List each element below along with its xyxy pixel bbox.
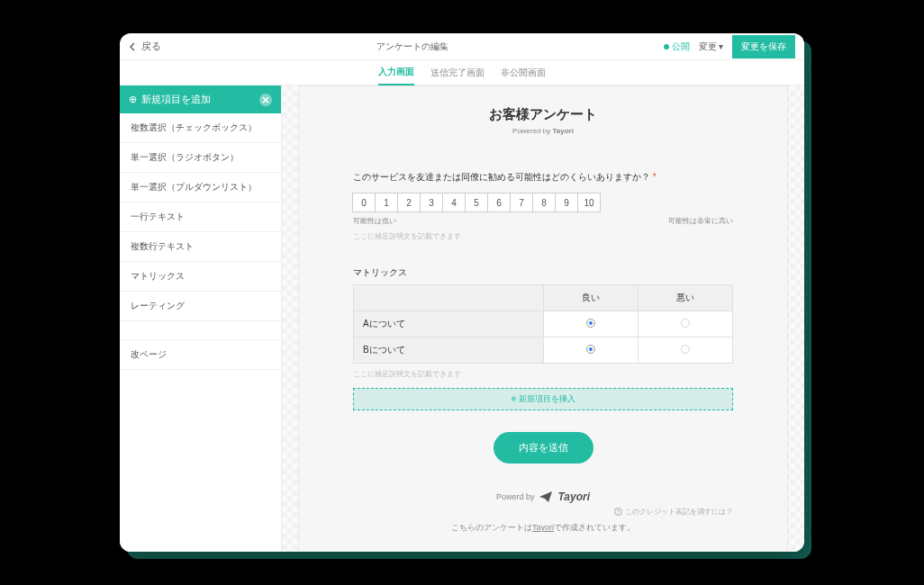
plus-circle-icon: ⊕	[129, 94, 137, 105]
tayori-logo: Tayori	[557, 490, 590, 503]
matrix-b-bad[interactable]	[638, 338, 732, 364]
q2-hint: ここに補足説明文を記載できます	[353, 369, 733, 379]
body: ⊕ 新規項目を追加 複数選択（チェックボックス） 単一選択（ラジオボタン） 単一…	[120, 86, 804, 552]
nps-2[interactable]: 2	[397, 193, 421, 212]
nps-7[interactable]: 7	[510, 193, 533, 212]
back-label: 戻る	[141, 40, 161, 53]
tab-input[interactable]: 入力画面	[378, 60, 414, 86]
nps-4[interactable]: 4	[442, 193, 466, 212]
matrix-a-good[interactable]	[543, 311, 638, 338]
caret-down-icon: ▾	[719, 41, 723, 51]
sidebar-item-radio[interactable]: 単一選択（ラジオボタン）	[120, 143, 281, 173]
tayori-link[interactable]: Tayori	[532, 523, 554, 532]
change-dropdown[interactable]: 変更 ▾	[699, 40, 723, 53]
nps-6[interactable]: 6	[487, 193, 511, 212]
sidebar-item-rating[interactable]: レーティング	[120, 292, 281, 321]
nps-5[interactable]: 5	[465, 193, 488, 212]
form-subtitle: Powered by Tayori	[353, 127, 733, 135]
radio-icon	[681, 345, 690, 354]
matrix-corner	[354, 285, 544, 311]
radio-icon	[681, 319, 690, 328]
topbar-right: 公開 変更 ▾ 変更を保存	[664, 35, 795, 58]
q1-hint: ここに補足説明文を記載できます	[353, 231, 733, 241]
insert-item-button[interactable]: ⊕ 新規項目を挿入	[353, 388, 733, 410]
matrix-col-bad: 悪い	[638, 285, 732, 311]
question-circle-icon: ?	[614, 508, 622, 516]
matrix-col-good: 良い	[543, 285, 638, 311]
footer-note: こちらのアンケートはTayoriで作成されています。	[353, 522, 733, 534]
question-matrix-label: マトリックス	[353, 266, 733, 279]
sidebar-title: 新規項目を追加	[141, 93, 211, 106]
matrix-table: 良い 悪い Aについて Bについて	[353, 284, 733, 364]
radio-icon	[586, 345, 595, 354]
sidebar-close-button[interactable]	[259, 94, 272, 106]
paper-plane-icon	[539, 491, 552, 502]
matrix-row-a: Aについて	[354, 311, 733, 338]
matrix-row-b: Bについて	[354, 338, 733, 364]
nps-10[interactable]: 10	[577, 193, 601, 212]
matrix-row-b-label: Bについて	[354, 338, 544, 364]
matrix-b-good[interactable]	[543, 338, 638, 364]
save-button[interactable]: 変更を保存	[732, 35, 795, 58]
submit-button[interactable]: 内容を送信	[494, 432, 593, 464]
sidebar-item-text[interactable]: 一行テキスト	[120, 202, 281, 232]
tab-complete[interactable]: 送信完了画面	[430, 61, 485, 85]
nps-0[interactable]: 0	[352, 193, 376, 212]
topbar: 戻る アンケートの編集 公開 変更 ▾ 変更を保存	[120, 33, 804, 60]
nps-8[interactable]: 8	[532, 193, 556, 212]
close-icon	[262, 96, 269, 104]
matrix-a-bad[interactable]	[638, 311, 732, 338]
nps-9[interactable]: 9	[555, 193, 578, 212]
survey-form: お客様アンケート Powered by Tayori このサービスを友達または同…	[298, 86, 788, 552]
canvas[interactable]: お客様アンケート Powered by Tayori このサービスを友達または同…	[282, 86, 804, 552]
required-mark: *	[653, 172, 657, 182]
sidebar: ⊕ 新規項目を追加 複数選択（チェックボックス） 単一選択（ラジオボタン） 単一…	[120, 86, 282, 552]
nps-low: 可能性は低い	[353, 216, 396, 226]
back-button[interactable]: 戻る	[129, 40, 161, 53]
nps-3[interactable]: 3	[420, 193, 443, 212]
nps-1[interactable]: 1	[375, 193, 398, 212]
status-dot-icon	[664, 44, 669, 50]
arrow-left-icon	[129, 42, 138, 51]
sidebar-item-textarea[interactable]: 複数行テキスト	[120, 232, 281, 262]
q1-label: このサービスを友達または同僚に勧める可能性はどのくらいありますか？	[353, 172, 650, 182]
form-title: お客様アンケート	[353, 106, 733, 123]
publish-label: 公開	[672, 40, 690, 53]
radio-icon	[586, 319, 595, 328]
powered-by: Powerd by Tayori	[353, 490, 733, 503]
publish-status: 公開	[664, 40, 690, 53]
sidebar-header: ⊕ 新規項目を追加	[120, 86, 281, 113]
matrix-row-a-label: Aについて	[354, 311, 544, 338]
tab-private[interactable]: 非公開画面	[501, 61, 546, 85]
sidebar-item-matrix[interactable]: マトリックス	[120, 262, 281, 292]
sidebar-item-pagebreak[interactable]: 改ページ	[120, 339, 281, 370]
nps-labels: 可能性は低い 可能性は非常に高い	[353, 216, 733, 226]
page-title: アンケートの編集	[161, 40, 664, 53]
credit-note[interactable]: ? このクレジット表記を消すには？	[353, 507, 733, 517]
app-frame: 戻る アンケートの編集 公開 変更 ▾ 変更を保存 入力画面 送信完了画面 非公…	[120, 33, 804, 552]
sidebar-item-pulldown[interactable]: 単一選択（プルダウンリスト）	[120, 173, 281, 202]
nps-scale: 0 1 2 3 4 5 6 7 8 9 10	[353, 193, 733, 212]
change-label: 変更	[699, 40, 717, 53]
sidebar-item-checkbox[interactable]: 複数選択（チェックボックス）	[120, 113, 281, 143]
nps-high: 可能性は非常に高い	[668, 216, 733, 226]
tabs: 入力画面 送信完了画面 非公開画面	[120, 60, 804, 86]
question-nps: このサービスを友達または同僚に勧める可能性はどのくらいありますか？ *	[353, 171, 733, 184]
powered-prefix: Powerd by	[496, 492, 535, 501]
